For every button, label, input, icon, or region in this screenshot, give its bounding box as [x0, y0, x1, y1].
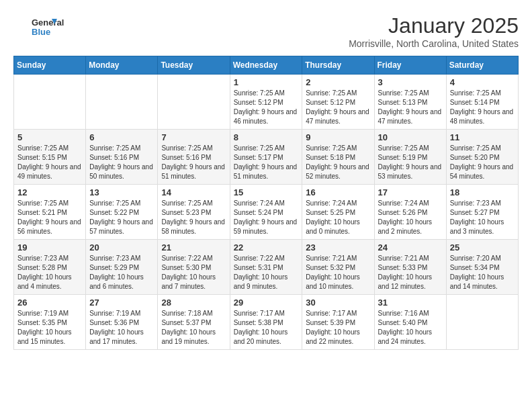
calendar-cell: 18Sunrise: 7:23 AM Sunset: 5:27 PM Dayli…: [446, 185, 518, 240]
day-number: 19: [17, 242, 82, 253]
calendar-week-row: 12Sunrise: 7:25 AM Sunset: 5:21 PM Dayli…: [14, 185, 519, 240]
month-title: January 2025: [349, 13, 519, 38]
calendar-header-tuesday: Tuesday: [158, 56, 230, 75]
calendar-week-row: 1Sunrise: 7:25 AM Sunset: 5:12 PM Daylig…: [14, 75, 519, 130]
calendar-cell: [158, 75, 230, 130]
calendar-cell: 24Sunrise: 7:21 AM Sunset: 5:33 PM Dayli…: [374, 240, 446, 295]
day-sun-info: Sunrise: 7:25 AM Sunset: 5:16 PM Dayligh…: [89, 144, 154, 181]
day-sun-info: Sunrise: 7:19 AM Sunset: 5:36 PM Dayligh…: [89, 309, 154, 347]
calendar-header-saturday: Saturday: [446, 56, 518, 75]
day-number: 22: [234, 242, 299, 253]
calendar-week-row: 26Sunrise: 7:19 AM Sunset: 5:35 PM Dayli…: [14, 295, 519, 350]
calendar-cell: 30Sunrise: 7:17 AM Sunset: 5:39 PM Dayli…: [302, 295, 374, 350]
title-block: January 2025 Morrisville, North Carolina…: [349, 13, 519, 49]
calendar-header-sunday: Sunday: [14, 56, 86, 75]
day-number: 30: [306, 298, 370, 308]
day-number: 3: [378, 77, 443, 87]
calendar-cell: 11Sunrise: 7:25 AM Sunset: 5:20 PM Dayli…: [446, 130, 518, 185]
day-sun-info: Sunrise: 7:25 AM Sunset: 5:17 PM Dayligh…: [234, 144, 299, 181]
calendar-cell: 27Sunrise: 7:19 AM Sunset: 5:36 PM Dayli…: [86, 295, 158, 350]
day-sun-info: Sunrise: 7:25 AM Sunset: 5:23 PM Dayligh…: [161, 199, 226, 236]
calendar-table: SundayMondayTuesdayWednesdayThursdayFrid…: [13, 56, 519, 350]
day-sun-info: Sunrise: 7:21 AM Sunset: 5:33 PM Dayligh…: [378, 254, 443, 291]
day-sun-info: Sunrise: 7:16 AM Sunset: 5:40 PM Dayligh…: [378, 309, 443, 347]
day-sun-info: Sunrise: 7:23 AM Sunset: 5:28 PM Dayligh…: [17, 254, 82, 291]
day-sun-info: Sunrise: 7:25 AM Sunset: 5:22 PM Dayligh…: [89, 199, 154, 236]
calendar-week-row: 19Sunrise: 7:23 AM Sunset: 5:28 PM Dayli…: [14, 240, 519, 295]
day-number: 21: [161, 242, 226, 253]
calendar-cell: 19Sunrise: 7:23 AM Sunset: 5:28 PM Dayli…: [14, 240, 86, 295]
day-sun-info: Sunrise: 7:17 AM Sunset: 5:39 PM Dayligh…: [306, 309, 370, 347]
day-number: 25: [450, 242, 515, 253]
day-number: 16: [306, 187, 370, 197]
calendar-cell: 8Sunrise: 7:25 AM Sunset: 5:17 PM Daylig…: [230, 130, 302, 185]
day-number: 4: [450, 77, 515, 87]
calendar-header-row: SundayMondayTuesdayWednesdayThursdayFrid…: [14, 56, 519, 75]
calendar-cell: 7Sunrise: 7:25 AM Sunset: 5:16 PM Daylig…: [158, 130, 230, 185]
calendar-cell: 15Sunrise: 7:24 AM Sunset: 5:24 PM Dayli…: [230, 185, 302, 240]
day-number: 26: [17, 298, 82, 308]
calendar-cell: 26Sunrise: 7:19 AM Sunset: 5:35 PM Dayli…: [14, 295, 86, 350]
day-number: 20: [89, 242, 154, 253]
calendar-cell: 29Sunrise: 7:17 AM Sunset: 5:38 PM Dayli…: [230, 295, 302, 350]
day-sun-info: Sunrise: 7:24 AM Sunset: 5:25 PM Dayligh…: [306, 199, 370, 236]
day-sun-info: Sunrise: 7:18 AM Sunset: 5:37 PM Dayligh…: [161, 309, 226, 347]
day-sun-info: Sunrise: 7:21 AM Sunset: 5:32 PM Dayligh…: [306, 254, 370, 291]
day-number: 14: [161, 187, 226, 197]
calendar-cell: 25Sunrise: 7:20 AM Sunset: 5:34 PM Dayli…: [446, 240, 518, 295]
day-sun-info: Sunrise: 7:23 AM Sunset: 5:29 PM Dayligh…: [89, 254, 154, 291]
day-number: 23: [306, 242, 370, 253]
day-sun-info: Sunrise: 7:25 AM Sunset: 5:12 PM Dayligh…: [234, 89, 299, 126]
calendar-cell: 5Sunrise: 7:25 AM Sunset: 5:15 PM Daylig…: [14, 130, 86, 185]
day-number: 27: [89, 298, 154, 308]
calendar-cell: [86, 75, 158, 130]
calendar-cell: 17Sunrise: 7:24 AM Sunset: 5:26 PM Dayli…: [374, 185, 446, 240]
calendar-cell: 23Sunrise: 7:21 AM Sunset: 5:32 PM Dayli…: [302, 240, 374, 295]
day-number: 31: [378, 298, 443, 308]
day-number: 2: [306, 77, 370, 87]
calendar-week-row: 5Sunrise: 7:25 AM Sunset: 5:15 PM Daylig…: [14, 130, 519, 185]
day-sun-info: Sunrise: 7:25 AM Sunset: 5:13 PM Dayligh…: [378, 89, 443, 126]
calendar-cell: 2Sunrise: 7:25 AM Sunset: 5:12 PM Daylig…: [302, 75, 374, 130]
day-sun-info: Sunrise: 7:25 AM Sunset: 5:19 PM Dayligh…: [378, 144, 443, 181]
calendar-cell: 20Sunrise: 7:23 AM Sunset: 5:29 PM Dayli…: [86, 240, 158, 295]
calendar-cell: 21Sunrise: 7:22 AM Sunset: 5:30 PM Dayli…: [158, 240, 230, 295]
calendar-cell: 4Sunrise: 7:25 AM Sunset: 5:14 PM Daylig…: [446, 75, 518, 130]
day-sun-info: Sunrise: 7:25 AM Sunset: 5:18 PM Dayligh…: [306, 144, 370, 181]
svg-text:General: General: [32, 17, 64, 28]
day-sun-info: Sunrise: 7:25 AM Sunset: 5:15 PM Dayligh…: [17, 144, 82, 181]
calendar-header-wednesday: Wednesday: [230, 56, 302, 75]
calendar-cell: 10Sunrise: 7:25 AM Sunset: 5:19 PM Dayli…: [374, 130, 446, 185]
calendar-cell: 12Sunrise: 7:25 AM Sunset: 5:21 PM Dayli…: [14, 185, 86, 240]
day-number: 5: [17, 132, 82, 142]
calendar-cell: 22Sunrise: 7:22 AM Sunset: 5:31 PM Dayli…: [230, 240, 302, 295]
day-number: 9: [306, 132, 370, 142]
calendar-header-monday: Monday: [86, 56, 158, 75]
day-sun-info: Sunrise: 7:20 AM Sunset: 5:34 PM Dayligh…: [450, 254, 515, 291]
location-text: Morrisville, North Carolina, United Stat…: [349, 38, 519, 49]
calendar-header-friday: Friday: [374, 56, 446, 75]
calendar-cell: [14, 75, 86, 130]
day-number: 7: [161, 132, 226, 142]
calendar-cell: 6Sunrise: 7:25 AM Sunset: 5:16 PM Daylig…: [86, 130, 158, 185]
day-number: 28: [161, 298, 226, 308]
page-header: General Blue January 2025 Morrisville, N…: [13, 13, 519, 49]
day-sun-info: Sunrise: 7:25 AM Sunset: 5:14 PM Dayligh…: [450, 89, 515, 126]
day-sun-info: Sunrise: 7:23 AM Sunset: 5:27 PM Dayligh…: [450, 199, 515, 236]
day-number: 1: [234, 77, 299, 87]
calendar-cell: [446, 295, 518, 350]
day-sun-info: Sunrise: 7:22 AM Sunset: 5:30 PM Dayligh…: [161, 254, 226, 291]
calendar-cell: 14Sunrise: 7:25 AM Sunset: 5:23 PM Dayli…: [158, 185, 230, 240]
day-number: 17: [378, 187, 443, 197]
day-number: 6: [89, 132, 154, 142]
day-number: 10: [378, 132, 443, 142]
calendar-header-thursday: Thursday: [302, 56, 374, 75]
day-number: 29: [234, 298, 299, 308]
day-sun-info: Sunrise: 7:19 AM Sunset: 5:35 PM Dayligh…: [17, 309, 82, 347]
day-sun-info: Sunrise: 7:25 AM Sunset: 5:20 PM Dayligh…: [450, 144, 515, 181]
calendar-cell: 9Sunrise: 7:25 AM Sunset: 5:18 PM Daylig…: [302, 130, 374, 185]
day-sun-info: Sunrise: 7:22 AM Sunset: 5:31 PM Dayligh…: [234, 254, 299, 291]
logo-icon: General Blue: [13, 13, 74, 40]
logo: General Blue: [13, 13, 74, 40]
day-number: 13: [89, 187, 154, 197]
